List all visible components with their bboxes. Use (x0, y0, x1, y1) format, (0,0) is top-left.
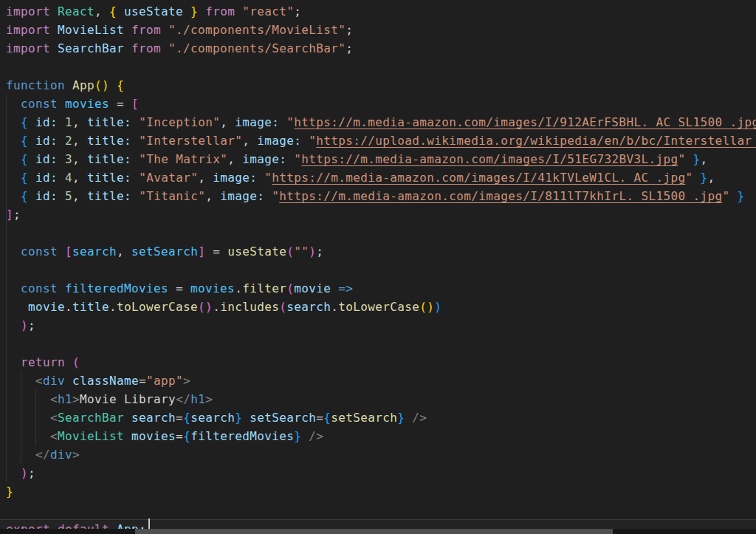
code-token: , (72, 152, 87, 166)
code-token: from (124, 23, 168, 37)
code-token: , (205, 189, 220, 203)
code-token: , (72, 134, 87, 148)
code-line[interactable]: import React, { useState } from "react"; (0, 2, 756, 21)
code-token: image: (235, 115, 279, 129)
code-token: , (72, 115, 87, 129)
code-token: , (700, 152, 707, 166)
code-token: " (272, 189, 279, 203)
code-token: . (235, 281, 242, 295)
code-line[interactable]: const [search, setSearch] = useState("")… (0, 242, 756, 261)
code-line[interactable] (0, 501, 756, 519)
code-token (405, 411, 412, 425)
code-line[interactable]: ); (0, 464, 756, 482)
code-line[interactable]: function App() { (0, 76, 756, 95)
code-token: MovieList (58, 23, 124, 37)
code-line[interactable]: <div className="app"> (0, 372, 756, 390)
code-token: 4 (65, 171, 72, 185)
code-token: ] (6, 208, 13, 222)
code-token: = (205, 244, 227, 259)
code-token: } (183, 4, 198, 18)
code-token: { (21, 189, 28, 203)
code-token: https://upload.wikimedia.org/wikipedia/e… (316, 134, 756, 148)
code-token: setSearch (242, 411, 316, 425)
code-token: className (65, 374, 139, 388)
code-line[interactable]: <h1>Movie Library</h1> (0, 390, 756, 408)
code-token: "Interstellar" (139, 134, 242, 148)
code-token: [ (65, 244, 72, 259)
code-line[interactable]: movie.title.toLowerCase().includes(searc… (0, 298, 756, 316)
code-line[interactable]: <MovieList movies={filteredMovies} /> (0, 427, 756, 445)
code-line[interactable]: </div> (0, 445, 756, 464)
code-token: , (198, 171, 213, 185)
code-token: ) (21, 318, 28, 332)
code-token: id: (28, 134, 58, 148)
code-token: } (737, 189, 744, 203)
horizontal-scrollbar[interactable] (0, 529, 756, 534)
horizontal-scrollbar-thumb[interactable] (135, 529, 613, 534)
code-line[interactable]: return ( (0, 353, 756, 372)
code-token: import (6, 23, 58, 37)
code-token (6, 281, 21, 295)
code-token: search (286, 300, 331, 314)
code-token (6, 392, 50, 406)
code-token: h1 (190, 392, 205, 406)
code-token: { (323, 411, 331, 425)
code-token: , (707, 171, 715, 185)
code-line[interactable]: { id: 5, title: "Titanic", image: "https… (0, 187, 756, 205)
code-token: useState (124, 4, 183, 18)
code-token: , (242, 134, 257, 148)
code-line[interactable]: { id: 4, title: "Avatar", image: "https:… (0, 168, 756, 187)
code-token (264, 189, 272, 203)
code-lines: import React, { useState } from "react";… (0, 2, 756, 534)
code-token: ) (21, 466, 28, 480)
code-line[interactable] (0, 261, 756, 279)
code-token: image: (242, 152, 286, 166)
code-token (6, 171, 21, 185)
code-token (6, 97, 21, 111)
code-token: movies (124, 429, 176, 443)
code-token: ( (286, 281, 294, 295)
code-token: 5 (65, 189, 72, 203)
code-line[interactable]: { id: 1, title: "Inception", image: "htt… (0, 113, 756, 131)
code-line[interactable]: ]; (0, 205, 756, 224)
code-line[interactable] (0, 58, 756, 76)
code-token: > (72, 448, 80, 462)
code-line[interactable] (0, 224, 756, 242)
code-token: "app" (146, 374, 183, 388)
code-token: { (183, 411, 190, 425)
code-token: ; (28, 466, 35, 480)
code-token: ; (294, 4, 301, 18)
code-line[interactable]: } (0, 482, 756, 501)
code-line[interactable]: import MovieList from "./components/Movi… (0, 21, 756, 39)
code-token: filter (242, 281, 286, 295)
code-token: https://m.media-amazon.com/images/I/912A… (294, 115, 756, 129)
code-line[interactable]: const filteredMovies = movies.filter(mov… (0, 279, 756, 298)
code-line[interactable]: ); (0, 316, 756, 335)
code-token: ; (13, 208, 21, 222)
code-token: ; (346, 23, 353, 37)
code-token (6, 134, 21, 148)
code-token: . (213, 300, 220, 314)
code-token: } (700, 171, 707, 185)
code-line[interactable]: { id: 2, title: "Interstellar", image: "… (0, 131, 756, 150)
code-token (58, 152, 65, 166)
code-token: toLowerCase (338, 300, 419, 314)
code-line[interactable]: import SearchBar from "./components/Sear… (0, 39, 756, 58)
code-token: App (72, 78, 94, 92)
code-line[interactable]: const movies = [ (0, 95, 756, 113)
code-token: MovieList (58, 429, 124, 443)
code-token: } (693, 152, 700, 166)
code-line[interactable] (0, 335, 756, 353)
code-token: "" (294, 244, 309, 259)
code-token: const (21, 244, 58, 259)
code-line[interactable]: <SearchBar search={search} setSearch={se… (0, 408, 756, 427)
code-token: ; (316, 244, 323, 259)
code-token: [ (131, 97, 139, 111)
code-token: { (117, 78, 124, 92)
code-editor[interactable]: import React, { useState } from "react";… (0, 0, 756, 534)
code-line[interactable]: { id: 3, title: "The Matrix", image: "ht… (0, 150, 756, 168)
code-token (301, 134, 309, 148)
code-token: } (235, 411, 242, 425)
code-token: "The Matrix" (139, 152, 227, 166)
code-token: "./components/SearchBar" (168, 41, 346, 55)
